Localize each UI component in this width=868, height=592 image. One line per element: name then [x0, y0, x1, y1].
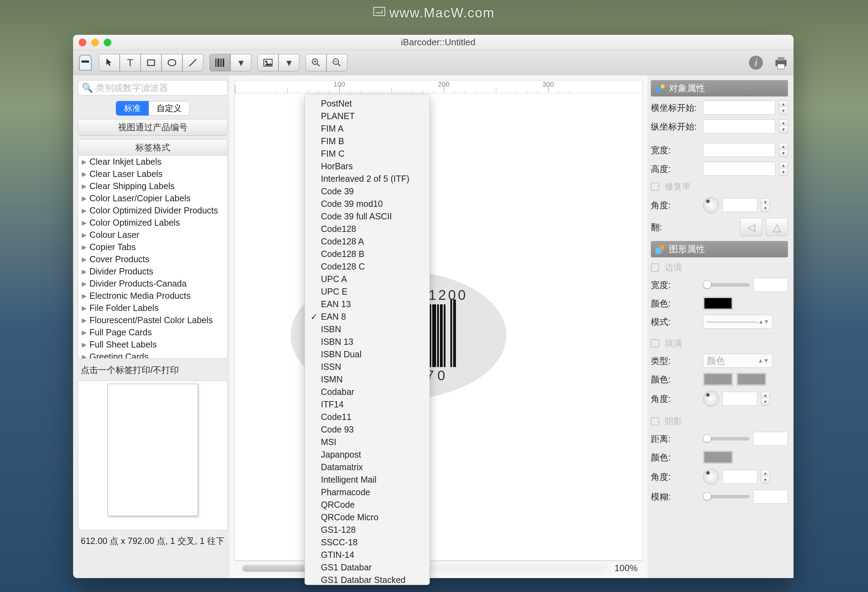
label-category-row[interactable]: ▶Divider Products-Canada [78, 278, 227, 290]
label-category-row[interactable]: ▶Cover Products [78, 253, 227, 265]
mode-select[interactable]: ────────▲▼ [703, 315, 773, 329]
fill-angle-stepper[interactable]: ▲▼ [761, 392, 770, 406]
label-category-row[interactable]: ▶Flourescent/Pastel Color Labels [78, 314, 227, 326]
flip-v-button[interactable]: △ [766, 218, 788, 236]
dropdown-item[interactable]: Code 39 [305, 185, 430, 197]
label-category-row[interactable]: ▶Clear Shipping Labels [78, 180, 227, 192]
y-start-stepper[interactable]: ▲▼ [779, 120, 788, 133]
shadow-color-swatch[interactable] [703, 451, 733, 464]
barcode-dropdown-caret[interactable]: ▾ [230, 54, 251, 71]
dropdown-item[interactable]: GTIN-14 [305, 549, 430, 561]
fill-type-select[interactable]: 颜色▲▼ [703, 354, 773, 368]
shadow-angle-dial[interactable] [703, 469, 719, 485]
barcode-tool[interactable] [210, 54, 230, 71]
dropdown-item[interactable]: PLANET [305, 110, 430, 122]
shadow-distance-slider[interactable] [703, 437, 750, 441]
dropdown-item[interactable]: Japanpost [305, 448, 430, 461]
label-category-row[interactable]: ▶Full Page Cards [78, 326, 227, 339]
label-category-row[interactable]: ▶Full Sheet Labels [78, 339, 227, 351]
shadow-distance-field[interactable] [753, 432, 788, 446]
search-input[interactable]: 🔍 类别或数字滤波器 [78, 80, 227, 95]
print-icon[interactable] [772, 53, 790, 72]
fill-color-swatch-1[interactable] [703, 373, 733, 386]
angle-field[interactable] [722, 198, 757, 212]
dropdown-item[interactable]: EAN 8 [305, 310, 430, 323]
dropdown-item[interactable]: EAN 13 [305, 298, 430, 310]
dropdown-item[interactable]: FIM C [305, 147, 430, 160]
seg-custom[interactable]: 自定义 [149, 101, 190, 115]
minimize-window-icon[interactable] [91, 38, 99, 46]
label-category-row[interactable]: ▶Copier Tabs [78, 241, 227, 253]
oval-tool[interactable] [161, 54, 182, 71]
dropdown-item[interactable]: GS1 Databar [305, 561, 430, 574]
dropdown-item[interactable]: SSCC-18 [305, 536, 430, 549]
dropdown-item[interactable]: ISMN [305, 373, 430, 385]
label-category-row[interactable]: ▶Greeting Cards [78, 351, 227, 359]
dropdown-item[interactable]: QRCode Micro [305, 511, 430, 523]
shadow-angle-stepper[interactable]: ▲▼ [761, 470, 770, 484]
zoom-out-tool[interactable] [326, 54, 347, 71]
dropdown-item[interactable]: Code128 B [305, 247, 430, 260]
label-category-row[interactable]: ▶Color Optimized Labels [78, 217, 227, 229]
shadow-angle-field[interactable] [722, 470, 757, 484]
dropdown-item[interactable]: ISBN Dual [305, 348, 430, 360]
dropdown-item[interactable]: PostNet [305, 97, 430, 110]
dropdown-item[interactable]: ITF14 [305, 398, 430, 411]
image-dropdown-caret[interactable]: ▾ [278, 54, 299, 71]
dropdown-item[interactable]: Pharmacode [305, 486, 430, 498]
x-start-stepper[interactable]: ▲▼ [779, 101, 788, 115]
dropdown-item[interactable]: HorBars [305, 160, 430, 172]
dropdown-item[interactable]: Interleaved 2 of 5 (ITF) [305, 172, 430, 185]
close-window-icon[interactable] [79, 38, 86, 46]
x-start-field[interactable] [703, 101, 775, 115]
dropdown-item[interactable]: MSI [305, 436, 430, 448]
text-tool[interactable]: T [120, 54, 140, 71]
dropdown-item[interactable]: Code128 A [305, 235, 430, 247]
border-color-swatch[interactable] [703, 297, 733, 310]
angle-dial[interactable] [703, 197, 719, 213]
fill-angle-dial[interactable] [703, 391, 719, 407]
border-width-slider[interactable] [703, 283, 750, 287]
line-tool[interactable] [182, 54, 203, 71]
dropdown-item[interactable]: ISBN [305, 323, 430, 335]
dropdown-item[interactable]: Code128 [305, 222, 430, 235]
label-category-row[interactable]: ▶Divider Products [78, 265, 227, 278]
label-category-row[interactable]: ▶Clear Laser Labels [78, 168, 227, 180]
dropdown-item[interactable]: Datamatrix [305, 461, 430, 473]
label-category-row[interactable]: ▶Clear Inkjet Labels [78, 155, 227, 168]
dropdown-item[interactable]: Intelligent Mail [305, 473, 430, 486]
label-category-row[interactable]: ▶Electronic Media Products [78, 290, 227, 302]
image-tool[interactable] [258, 54, 278, 71]
rect-tool[interactable] [140, 54, 161, 71]
dropdown-item[interactable]: ISSN [305, 360, 430, 373]
dropdown-item[interactable]: FIM B [305, 135, 430, 147]
width-field[interactable] [703, 143, 775, 157]
dropdown-item[interactable]: QRCode [305, 498, 430, 511]
border-width-field[interactable] [753, 278, 788, 292]
dropdown-item[interactable]: UPC E [305, 285, 430, 298]
barcode-type-dropdown[interactable]: PostNetPLANETFIM AFIM BFIM CHorBarsInter… [304, 94, 430, 585]
label-category-row[interactable]: ▶File Folder Labels [78, 302, 227, 314]
fill-checkbox[interactable] [651, 339, 659, 348]
height-stepper[interactable]: ▲▼ [779, 162, 788, 176]
canvas[interactable]: 91200 1234 5670 [235, 93, 642, 561]
dropdown-item[interactable]: Code 39 full ASCII [305, 210, 430, 222]
info-icon[interactable]: i [747, 53, 765, 72]
angle-stepper[interactable]: ▲▼ [761, 198, 770, 212]
dropdown-item[interactable]: GS1 Databar Stacked [305, 574, 430, 585]
label-category-row[interactable]: ▶Color Optimized Divider Products [78, 204, 227, 217]
width-stepper[interactable]: ▲▼ [779, 143, 788, 157]
label-preview[interactable] [78, 380, 227, 530]
dropdown-item[interactable]: Codabar [305, 385, 430, 398]
seg-standard[interactable]: 标准 [116, 101, 149, 115]
label-category-row[interactable]: ▶Color Laser/Copier Labels [78, 192, 227, 204]
pointer-tool[interactable] [99, 54, 120, 71]
zoom-in-tool[interactable] [306, 54, 326, 71]
dropdown-item[interactable]: Code 39 mod10 [305, 197, 430, 210]
shadow-blur-field[interactable] [753, 490, 788, 503]
dropdown-item[interactable]: Code 93 [305, 423, 430, 436]
y-start-field[interactable] [703, 120, 775, 133]
shadow-blur-slider[interactable] [703, 495, 750, 498]
maximize-window-icon[interactable] [104, 38, 111, 46]
dropdown-item[interactable]: ISBN 13 [305, 335, 430, 348]
